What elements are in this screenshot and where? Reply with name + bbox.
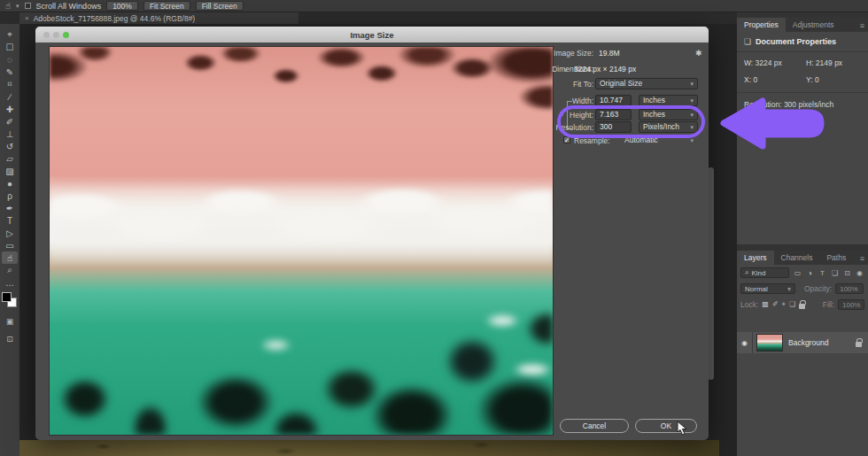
screen-mode-icon[interactable]: ⊡ (2, 333, 18, 345)
layer-visibility-toggle[interactable]: ◉ (737, 332, 753, 353)
history-brush-tool[interactable]: ↺ (2, 140, 18, 152)
lock-icon-1[interactable]: ✐ (772, 300, 779, 309)
fit-to-select[interactable]: Original Size ▾ (595, 78, 698, 89)
image-size-value: 19.8M (599, 49, 620, 58)
cancel-button[interactable]: Cancel (560, 419, 629, 433)
filter-icon-5[interactable]: ◉ (855, 269, 864, 277)
layers-tab-bar: Layers Channels Paths ≡ (737, 251, 868, 265)
gradient-tool[interactable]: ▨ (2, 165, 18, 177)
document-icon: ❏ (744, 37, 751, 46)
crop-tool[interactable]: ⌗ (2, 78, 18, 90)
marquee-tool[interactable]: ☐ (2, 41, 18, 53)
fit-to-label: Fit To: (514, 80, 593, 89)
zoom-tool[interactable]: ⌕ (2, 264, 18, 276)
foreground-color-swatch[interactable] (2, 292, 12, 302)
minimize-window-icon[interactable] (53, 32, 59, 38)
move-tool[interactable]: ⌖ (2, 28, 18, 41)
type-tool[interactable]: T (2, 214, 18, 227)
caret-down-icon: ▾ (690, 135, 694, 145)
filter-icon-2[interactable]: T (818, 269, 827, 277)
caret-down-icon: ▾ (787, 285, 791, 293)
lock-all-icon[interactable] (799, 304, 805, 309)
width-input[interactable]: 10.747 (595, 95, 632, 106)
filter-icon-4[interactable]: ⊡ (842, 269, 852, 277)
tab-adjustments[interactable]: Adjustments (786, 18, 841, 32)
dodge-tool[interactable]: ρ (2, 189, 18, 202)
layer-filter-kind[interactable]: ⌕ Kind (740, 267, 789, 278)
layer-name: Background (788, 338, 828, 347)
layer-lock-icon (856, 342, 862, 347)
resolution-input[interactable]: 300 (595, 121, 632, 133)
image-preview[interactable] (49, 46, 554, 436)
filter-icon-1[interactable]: ◑ (805, 269, 815, 277)
hand-tool[interactable]: ☝ (2, 251, 18, 264)
tab-paths[interactable]: Paths (819, 251, 853, 265)
width-unit-select[interactable]: Inches ▾ (639, 95, 698, 106)
fit-screen-button[interactable]: Fit Screen (143, 1, 190, 11)
search-icon: ⌕ (745, 268, 748, 277)
lock-icon-2[interactable]: ⌖ (782, 300, 787, 309)
layer-row-background[interactable]: ◉ Background (737, 332, 868, 353)
tab-channels[interactable]: Channels (774, 251, 820, 265)
lock-icon-3[interactable]: ❏ (789, 300, 795, 309)
layer-filter-icons: ▭◑T❏⊡◉ (793, 269, 864, 277)
properties-header: Document Properties (756, 37, 836, 46)
resample-checkbox[interactable]: ✓ (563, 136, 570, 143)
blur-tool[interactable]: ● (2, 177, 18, 189)
eyedropper-tool[interactable]: ∕ (2, 90, 18, 103)
color-swatches[interactable] (2, 292, 18, 310)
panel-menu-icon[interactable]: ≡ (860, 254, 864, 263)
eraser-tool[interactable]: ▱ (2, 152, 18, 165)
height-input[interactable]: 7.163 (595, 109, 632, 120)
shape-tool[interactable]: ▭ (2, 239, 18, 251)
resolution-unit-select[interactable]: Pixels/Inch ▾ (639, 121, 698, 133)
tab-properties[interactable]: Properties (737, 18, 786, 32)
lasso-tool[interactable]: ◌ (2, 53, 18, 66)
image-size-label: Image Size: (514, 49, 593, 58)
preview-rocks (50, 47, 553, 179)
filter-icon-3[interactable]: ❏ (830, 269, 840, 277)
layer-thumbnail[interactable] (756, 334, 783, 352)
preview-seaweed (50, 272, 553, 435)
gear-icon[interactable]: ✱ (695, 49, 702, 58)
zoom-window-icon[interactable] (63, 32, 69, 38)
opacity-value[interactable]: 100% (835, 283, 864, 294)
path-selection-tool[interactable]: ▷ (2, 227, 18, 239)
pen-tool[interactable]: ✒ (2, 202, 18, 214)
tab-layers[interactable]: Layers (737, 251, 774, 265)
clone-stamp-tool[interactable]: ⊥ (2, 128, 18, 140)
tool-preset-caret-icon[interactable]: ▾ (16, 3, 19, 10)
caret-down-icon: ▾ (690, 79, 694, 89)
quick-mask-icon[interactable]: ▣ (2, 315, 18, 328)
ok-button[interactable]: OK (635, 419, 697, 433)
healing-brush-tool[interactable]: ✚ (2, 103, 18, 115)
panel-menu-icon[interactable]: ≡ (860, 21, 864, 30)
fill-screen-button[interactable]: Fill Screen (196, 1, 244, 11)
filter-icon-0[interactable]: ▭ (793, 269, 802, 277)
close-window-icon[interactable] (43, 32, 50, 38)
image-size-dialog: Image Size Image Size: 19.8M ✱ Dimension… (35, 27, 709, 440)
document-tab[interactable]: × AdobeStock_71756888.jpeg @ 44.6% (RGB/… (19, 12, 298, 24)
doc-width-value: W: 3224 px (744, 58, 806, 67)
brush-tool[interactable]: ✐ (2, 115, 18, 128)
doc-x-value: X: 0 (744, 75, 806, 84)
doc-height-value: H: 2149 px (806, 58, 861, 67)
edit-toolbar[interactable]: … (2, 276, 18, 289)
dialog-titlebar[interactable]: Image Size (35, 27, 709, 43)
opacity-label: Opacity: (804, 284, 832, 293)
document-canvas-edge (19, 440, 719, 456)
resample-select[interactable]: Automatic ▾ (620, 135, 698, 146)
zoom-100-button[interactable]: 100% (106, 1, 138, 11)
photoshop-window: ☝ ▾ Scroll All Windows 100% Fit Screen F… (0, 0, 868, 456)
scroll-all-windows-checkbox[interactable] (25, 3, 31, 9)
vertical-scrollbar[interactable] (708, 167, 714, 380)
lock-icon-0[interactable]: ▩ (762, 300, 769, 309)
lock-icons: ▩✐⌖❏ (762, 300, 795, 309)
dimensions-caret-icon[interactable]: ∨ (563, 66, 568, 73)
blend-mode-select[interactable]: Normal ▾ (740, 283, 795, 294)
quick-selection-tool[interactable]: ✎ (2, 66, 18, 78)
height-unit-select[interactable]: Inches ▾ (639, 109, 698, 120)
fill-value[interactable]: 100% (838, 299, 864, 310)
tab-close-icon[interactable]: × (25, 14, 29, 22)
tools-panel: ⌖☐◌✎⌗∕✚✐⊥↺▱▨●ρ✒T▷▭☝⌕… ▣ ⊡ (0, 24, 19, 456)
